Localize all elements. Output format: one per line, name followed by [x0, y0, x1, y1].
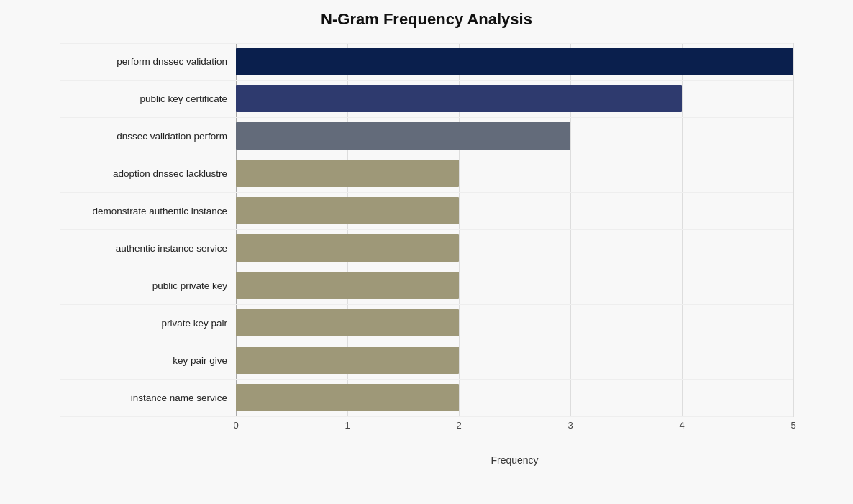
x-tick: 5: [790, 420, 795, 431]
bar-track: [236, 44, 793, 80]
bar-row: adoption dnssec lacklustre: [60, 155, 793, 193]
bar-track: [236, 267, 793, 304]
bar-fill: [236, 384, 459, 411]
bar-label: authentic instance service: [60, 243, 236, 254]
x-tick: 1: [345, 420, 350, 431]
x-tick: 3: [567, 420, 573, 431]
bar-label: public key certificate: [60, 93, 236, 104]
bar-row: public private key: [60, 267, 793, 305]
bar-fill: [236, 272, 459, 299]
bar-fill: [236, 197, 459, 224]
bar-row: key pair give: [60, 342, 793, 380]
bar-label: instance name service: [60, 393, 236, 403]
bar-fill: [236, 122, 570, 150]
bar-track: [236, 193, 793, 229]
bar-label: dnssec validation perform: [60, 131, 236, 142]
chart-area: perform dnssec validationpublic key cert…: [60, 43, 793, 417]
x-axis: 012345: [236, 420, 793, 434]
bar-row: demonstrate authentic instance: [60, 193, 793, 230]
bar-track: [236, 230, 793, 267]
bar-label: private key pair: [60, 318, 236, 329]
chart-title: N-Gram Frequency Analysis: [60, 10, 793, 29]
bar-label: adoption dnssec lacklustre: [60, 168, 236, 179]
bar-row: public key certificate: [60, 81, 793, 118]
bar-fill: [236, 160, 459, 187]
bar-fill: [236, 309, 459, 336]
chart-container: N-Gram Frequency Analysis perform dnssec…: [31, 0, 822, 504]
bar-label: key pair give: [60, 355, 236, 366]
x-axis-label: Frequency: [236, 454, 793, 466]
x-tick: 0: [233, 420, 238, 431]
bar-label: public private key: [60, 280, 236, 291]
gridline: [793, 43, 794, 417]
x-tick: 4: [679, 420, 684, 431]
bar-track: [236, 305, 793, 342]
x-tick: 2: [456, 420, 461, 431]
bar-label: perform dnssec validation: [60, 56, 236, 67]
bar-label: demonstrate authentic instance: [60, 206, 236, 216]
bar-track: [236, 380, 793, 416]
bar-row: authentic instance service: [60, 230, 793, 267]
bar-row: dnssec validation perform: [60, 118, 793, 155]
bar-fill: [236, 85, 682, 112]
bar-row: private key pair: [60, 305, 793, 342]
bar-track: [236, 155, 793, 192]
bar-row: perform dnssec validation: [60, 43, 793, 81]
bar-track: [236, 118, 793, 155]
bar-fill: [236, 234, 459, 262]
bar-track: [236, 81, 793, 117]
bar-row: instance name service: [60, 380, 793, 417]
bar-track: [236, 342, 793, 379]
bar-fill: [236, 347, 459, 374]
bar-fill: [236, 48, 793, 75]
